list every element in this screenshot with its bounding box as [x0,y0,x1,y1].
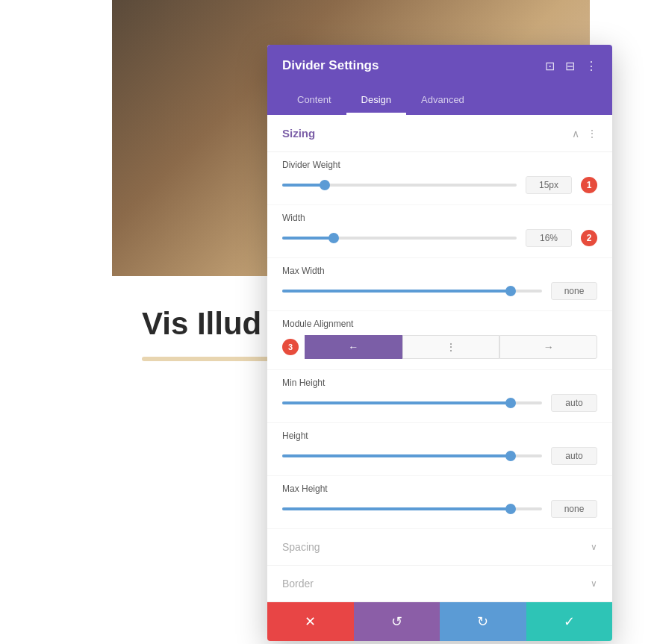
border-chevron-icon: ∨ [591,578,597,589]
redo-icon: ↻ [477,613,488,630]
max-height-row: Max Height none [267,476,612,529]
divider-weight-value[interactable]: 15px [526,176,572,194]
module-alignment-controls: 3 ← ⋮ → [282,335,597,359]
sizing-section-header: Sizing ∧ ⋮ [267,115,612,152]
min-height-thumb[interactable] [505,398,516,408]
spacing-title: Spacing [282,541,320,553]
min-height-value[interactable]: auto [551,394,597,412]
panel-tabs: Content Design Advanced [267,87,612,115]
panel-header-icons: ⊡ ⊟ ⋮ [545,59,597,73]
width-controls: 16% 2 [282,229,597,247]
reset-button[interactable]: ↺ [354,602,440,641]
height-controls: auto [282,447,597,465]
tab-design[interactable]: Design [346,87,406,115]
height-label: Height [282,431,597,441]
align-left-btn[interactable]: ← [305,335,402,359]
panel-title: Divider Settings [282,58,379,73]
width-fill [282,237,334,240]
tab-advanced[interactable]: Advanced [406,87,479,115]
max-height-controls: none [282,500,597,518]
panel-footer: ✕ ↺ ↻ ✓ [267,602,612,641]
width-row: Width 16% 2 [267,205,612,258]
divider-weight-fill [282,184,325,187]
collapse-icon[interactable]: ∧ [572,128,579,140]
align-center-btn[interactable]: ⋮ [402,335,500,359]
max-width-controls: none [282,282,597,300]
more-icon[interactable]: ⋮ [585,59,597,73]
min-height-fill [282,401,511,404]
divider-weight-controls: 15px 1 [282,176,597,194]
sizing-header-icons: ∧ ⋮ [572,128,597,140]
module-alignment-row: Module Alignment 3 ← ⋮ → [267,311,612,370]
max-width-thumb[interactable] [505,286,516,296]
min-height-label: Min Height [282,378,597,388]
height-row: Height auto [267,423,612,476]
sizing-title: Sizing [282,127,315,140]
panel-header: Divider Settings ⊡ ⊟ ⋮ [267,45,612,87]
page-divider [142,357,276,361]
spacing-chevron-icon: ∨ [591,542,597,552]
max-height-fill [282,507,511,510]
divider-weight-row: Divider Weight 15px 1 [267,152,612,205]
width-thumb[interactable] [328,233,339,243]
panel-body: Sizing ∧ ⋮ Divider Weight 15px 1 [267,115,612,602]
spacing-section[interactable]: Spacing ∨ [267,529,612,566]
align-right-btn[interactable]: → [499,335,597,359]
min-height-row: Min Height auto [267,370,612,423]
fullscreen-icon[interactable]: ⊡ [545,59,555,73]
divider-weight-track[interactable] [282,184,517,187]
max-width-row: Max Width none [267,258,612,311]
max-width-label: Max Width [282,266,597,276]
alignment-badge: 3 [282,339,299,355]
cancel-icon: ✕ [305,613,316,630]
max-height-label: Max Height [282,484,597,494]
save-icon: ✓ [564,613,575,630]
sizing-more-icon[interactable]: ⋮ [587,128,597,140]
divider-weight-label: Divider Weight [282,160,597,170]
height-value[interactable]: auto [551,447,597,465]
reset-icon: ↺ [391,613,402,630]
max-width-track[interactable] [282,290,542,293]
cancel-button[interactable]: ✕ [267,602,354,641]
height-track[interactable] [282,454,542,457]
min-height-track[interactable] [282,401,542,404]
max-height-thumb[interactable] [505,504,516,514]
divider-weight-badge: 1 [581,177,597,193]
height-thumb[interactable] [505,451,516,461]
height-fill [282,454,511,457]
border-title: Border [282,578,314,590]
save-button[interactable]: ✓ [526,602,613,641]
module-alignment-label: Module Alignment [282,319,597,329]
max-width-fill [282,290,511,293]
width-badge: 2 [581,230,597,246]
settings-panel: Divider Settings ⊡ ⊟ ⋮ Content Design Ad… [267,45,612,641]
redo-button[interactable]: ↻ [440,602,526,641]
tab-content[interactable]: Content [282,87,346,115]
width-value[interactable]: 16% [526,229,572,247]
max-height-track[interactable] [282,507,542,510]
min-height-controls: auto [282,394,597,412]
layout-icon[interactable]: ⊟ [565,59,575,73]
width-track[interactable] [282,237,517,240]
width-label: Width [282,213,597,223]
max-width-value[interactable]: none [551,282,597,300]
max-height-value[interactable]: none [551,500,597,518]
divider-weight-thumb[interactable] [320,180,330,190]
border-section[interactable]: Border ∨ [267,566,612,602]
